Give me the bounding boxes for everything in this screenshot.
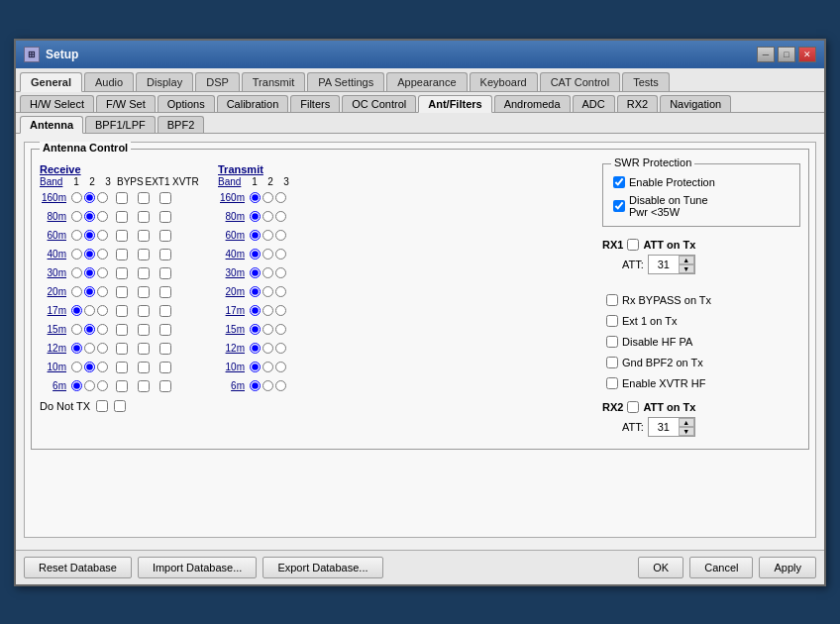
tx80-r1[interactable] bbox=[250, 211, 261, 222]
apply-button[interactable]: Apply bbox=[759, 557, 816, 578]
tx30-r1[interactable] bbox=[250, 267, 261, 278]
rx12-byps[interactable] bbox=[116, 343, 128, 355]
tab-transmit[interactable]: Transmit bbox=[242, 72, 305, 91]
rx80-r2[interactable] bbox=[84, 211, 95, 222]
tx80-r2[interactable] bbox=[262, 211, 273, 222]
tx160-r3[interactable] bbox=[275, 192, 286, 203]
subtab-fw-set[interactable]: F/W Set bbox=[96, 95, 156, 112]
subtab-navigation[interactable]: Navigation bbox=[660, 95, 731, 112]
tx40-r2[interactable] bbox=[262, 249, 273, 260]
rx30-r1[interactable] bbox=[71, 267, 82, 278]
rx15-ext1[interactable] bbox=[138, 324, 150, 336]
subtab-options[interactable]: Options bbox=[158, 95, 215, 112]
rx2-att-spinner[interactable]: ▲ ▼ bbox=[648, 417, 695, 437]
tx17-r3[interactable] bbox=[275, 305, 286, 316]
tx12-r3[interactable] bbox=[275, 343, 286, 354]
tx6-r1[interactable] bbox=[250, 380, 261, 391]
tab-appearance[interactable]: Appearance bbox=[386, 72, 467, 91]
tab-cat-control[interactable]: CAT Control bbox=[540, 72, 621, 91]
tab-dsp[interactable]: DSP bbox=[195, 72, 240, 91]
rx6-r1[interactable] bbox=[71, 380, 82, 391]
rx1-att-spinner[interactable]: ▲ ▼ bbox=[648, 255, 695, 274]
rx17-xvtr[interactable] bbox=[159, 305, 171, 317]
rx15-byps[interactable] bbox=[116, 324, 128, 336]
rx160-ext1[interactable] bbox=[138, 192, 150, 204]
rx17-byps[interactable] bbox=[116, 305, 128, 317]
rx160-r1[interactable] bbox=[71, 192, 82, 203]
rx1-att-checkbox[interactable] bbox=[627, 239, 639, 251]
tx60-r3[interactable] bbox=[275, 230, 286, 241]
rx6-r2[interactable] bbox=[84, 380, 95, 391]
rx20-byps[interactable] bbox=[116, 286, 128, 298]
rx12-r2[interactable] bbox=[84, 343, 95, 354]
tx10-r1[interactable] bbox=[250, 362, 261, 372]
rx12-r1[interactable] bbox=[71, 343, 82, 354]
rx80-ext1[interactable] bbox=[138, 211, 150, 223]
rx17-r1[interactable] bbox=[71, 305, 82, 316]
enable-protection-checkbox[interactable] bbox=[613, 176, 625, 188]
anttab-bpf1lpf[interactable]: BPF1/LPF bbox=[85, 116, 156, 133]
subtab-hw-select[interactable]: H/W Select bbox=[20, 95, 94, 112]
rx1-att-input[interactable] bbox=[649, 256, 679, 273]
rx60-byps[interactable] bbox=[116, 230, 128, 242]
disable-hf-pa-checkbox[interactable] bbox=[606, 336, 618, 348]
tx10-r3[interactable] bbox=[275, 362, 286, 372]
tx30-r3[interactable] bbox=[275, 267, 286, 278]
rx40-xvtr[interactable] bbox=[159, 249, 171, 260]
subtab-ant-filters[interactable]: Ant/Filters bbox=[418, 95, 491, 113]
rx20-r1[interactable] bbox=[71, 286, 82, 297]
tx160-r1[interactable] bbox=[250, 192, 261, 203]
rx20-r2[interactable] bbox=[84, 286, 95, 297]
rx12-xvtr[interactable] bbox=[159, 343, 171, 355]
do-not-tx-cb1[interactable] bbox=[96, 400, 108, 412]
rx40-r1[interactable] bbox=[71, 249, 82, 260]
rx1-spinner-up[interactable]: ▲ bbox=[679, 256, 694, 264]
tab-general[interactable]: General bbox=[20, 72, 82, 92]
ok-button[interactable]: OK bbox=[638, 557, 683, 578]
tx12-r1[interactable] bbox=[250, 343, 261, 354]
rx30-xvtr[interactable] bbox=[159, 267, 171, 279]
tx40-r1[interactable] bbox=[250, 249, 261, 260]
subtab-andromeda[interactable]: Andromeda bbox=[494, 95, 571, 112]
rx10-xvtr[interactable] bbox=[159, 362, 171, 373]
rx30-ext1[interactable] bbox=[138, 267, 150, 279]
tx160-r2[interactable] bbox=[262, 192, 273, 203]
subtab-filters[interactable]: Filters bbox=[290, 95, 340, 112]
enable-xvtr-checkbox[interactable] bbox=[606, 377, 618, 389]
rx12-r3[interactable] bbox=[97, 343, 108, 354]
do-not-tx-cb2[interactable] bbox=[114, 400, 126, 412]
tx60-r2[interactable] bbox=[262, 230, 273, 241]
rx6-ext1[interactable] bbox=[138, 380, 150, 392]
rx160-byps[interactable] bbox=[116, 192, 128, 204]
rx17-r2[interactable] bbox=[84, 305, 95, 316]
rx80-xvtr[interactable] bbox=[159, 211, 171, 223]
rx-bypass-checkbox[interactable] bbox=[606, 294, 618, 306]
rx10-byps[interactable] bbox=[116, 362, 128, 373]
rx60-ext1[interactable] bbox=[138, 230, 150, 242]
subtab-adc[interactable]: ADC bbox=[573, 95, 615, 112]
cancel-button[interactable]: Cancel bbox=[689, 557, 753, 578]
rx80-r3[interactable] bbox=[97, 211, 108, 222]
subtab-rx2[interactable]: RX2 bbox=[617, 95, 658, 112]
minimize-button[interactable]: ─ bbox=[757, 47, 775, 62]
tx80-r3[interactable] bbox=[275, 211, 286, 222]
rx60-r3[interactable] bbox=[97, 230, 108, 241]
rx17-ext1[interactable] bbox=[138, 305, 150, 317]
anttab-bpf2[interactable]: BPF2 bbox=[158, 116, 205, 133]
rx6-xvtr[interactable] bbox=[159, 380, 171, 392]
rx160-xvtr[interactable] bbox=[159, 192, 171, 204]
rx15-r2[interactable] bbox=[84, 324, 95, 335]
tx40-r3[interactable] bbox=[275, 249, 286, 260]
rx2-spinner-down[interactable]: ▼ bbox=[679, 427, 694, 436]
rx6-byps[interactable] bbox=[116, 380, 128, 392]
rx30-r3[interactable] bbox=[97, 267, 108, 278]
tx20-r3[interactable] bbox=[275, 286, 286, 297]
rx40-r2[interactable] bbox=[84, 249, 95, 260]
tx15-r1[interactable] bbox=[250, 324, 261, 335]
receive-label[interactable]: Receive bbox=[40, 163, 81, 175]
tab-keyboard[interactable]: Keyboard bbox=[470, 72, 538, 91]
rx60-r2[interactable] bbox=[84, 230, 95, 241]
maximize-button[interactable]: □ bbox=[778, 47, 795, 62]
rx2-att-input[interactable] bbox=[649, 418, 679, 436]
subtab-oc-control[interactable]: OC Control bbox=[342, 95, 416, 112]
